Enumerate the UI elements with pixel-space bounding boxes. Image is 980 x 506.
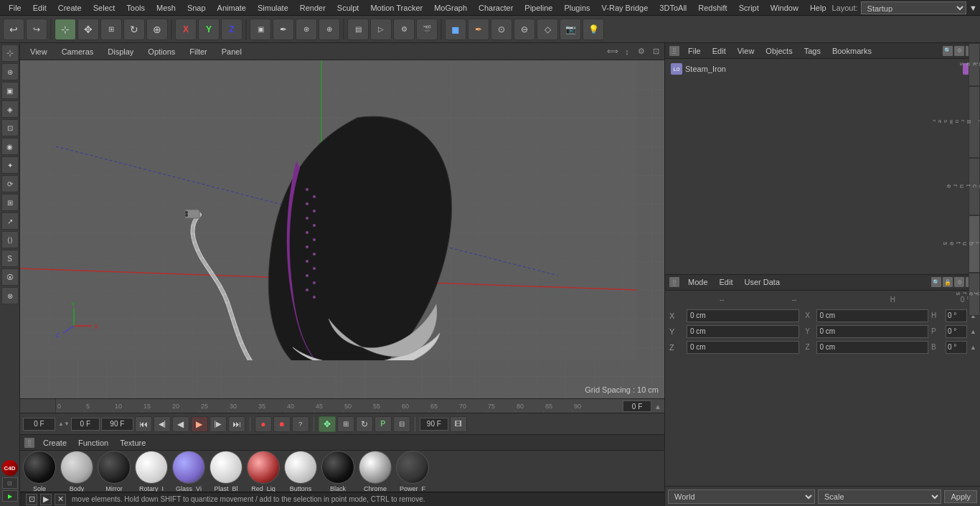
coord-y-size[interactable] — [816, 325, 929, 338]
material-texture[interactable]: Texture — [117, 437, 149, 449]
axis-y-button[interactable]: Y — [198, 19, 220, 40]
menu-file[interactable]: File — [3, 2, 27, 14]
coord-z-pos[interactable] — [687, 341, 799, 354]
material-create[interactable]: Create — [40, 437, 70, 449]
tool-3[interactable]: ◈ — [1, 100, 19, 118]
transport-frame-field[interactable] — [23, 418, 55, 431]
move-tool-button[interactable]: ✥ — [77, 19, 99, 40]
attr-drag[interactable]: ⣿ — [669, 277, 679, 287]
object-button[interactable]: ▣ — [250, 19, 271, 40]
timeline-track[interactable]: 0 5 10 15 20 25 30 35 40 45 50 55 — [56, 399, 664, 413]
transport-preview-end[interactable] — [420, 418, 448, 431]
transport-start-field[interactable] — [71, 418, 100, 431]
menu-help[interactable]: Help — [804, 2, 832, 14]
viewport-tab-display[interactable]: Display — [100, 46, 141, 57]
menu-render[interactable]: Render — [294, 2, 331, 14]
timeline-up-arrow[interactable]: ▲ — [654, 403, 661, 411]
attr-search[interactable]: 🔍 — [931, 277, 941, 287]
menu-snap[interactable]: Snap — [182, 2, 212, 14]
viewport-icon-arrows[interactable]: ⟺ — [607, 46, 618, 57]
menu-tools[interactable]: Tools — [121, 2, 151, 14]
transport-goto-start[interactable]: ⏮ — [135, 416, 152, 432]
redo-button[interactable]: ↪ — [26, 19, 47, 40]
tool-9[interactable]: ↗ — [1, 212, 19, 230]
viewport-tab-panel[interactable]: Panel — [215, 46, 249, 57]
tool-select-live[interactable]: ⊛ — [1, 63, 19, 80]
transport-mode-grid[interactable]: ⊟ — [393, 416, 410, 432]
tool-11[interactable]: S — [1, 250, 19, 267]
tool-magnet[interactable]: ⊗ — [1, 287, 19, 304]
current-frame-input[interactable] — [623, 400, 651, 412]
side-tab-layers[interactable]: Layers — [969, 273, 980, 316]
tool-4[interactable]: ⊡ — [1, 119, 19, 136]
select-tool-button[interactable]: ⊹ — [55, 19, 76, 40]
coord-p-angle[interactable] — [946, 325, 967, 338]
menu-mograph[interactable]: MoGraph — [428, 2, 473, 14]
rotate-tool-button[interactable]: ↻ — [123, 19, 145, 40]
coord-z-size[interactable] — [816, 341, 929, 354]
menu-sculpt[interactable]: Sculpt — [331, 2, 365, 14]
menu-mesh[interactable]: Mesh — [151, 2, 182, 14]
transform-tool-button[interactable]: ⊕ — [146, 19, 168, 40]
tool-8[interactable]: ⊞ — [1, 194, 19, 211]
transport-help[interactable]: ? — [292, 416, 309, 432]
sweep-button[interactable]: ⊙ — [491, 19, 512, 40]
tool-6[interactable]: ✦ — [1, 156, 19, 174]
nurbs-button[interactable]: ⊛ — [296, 19, 317, 40]
obj-mgr-tags[interactable]: Tags — [801, 45, 824, 57]
coord-p-arrow[interactable]: ▲ — [970, 328, 976, 335]
layout-select[interactable]: Startup — [861, 1, 967, 14]
transport-arrows[interactable]: ▲▼ — [58, 421, 70, 427]
coord-h-angle[interactable] — [946, 309, 967, 322]
tool-10[interactable]: ⟨⟩ — [1, 231, 19, 248]
side-tab-takes[interactable]: Takes — [969, 43, 980, 86]
camera-button[interactable]: 📷 — [560, 19, 581, 40]
attr-user-data[interactable]: User Data — [742, 276, 783, 288]
obj-mgr-edit[interactable]: Edit — [710, 45, 729, 57]
status-icon-1[interactable]: ⊡ — [26, 494, 37, 505]
menu-redshift[interactable]: Redshift — [692, 2, 732, 14]
picture-viewer-button[interactable]: 🎬 — [416, 19, 438, 40]
tool-5[interactable]: ◉ — [1, 138, 19, 155]
obj-mgr-view[interactable]: View — [735, 45, 758, 57]
coord-x-size[interactable] — [816, 309, 929, 322]
menu-simulate[interactable]: Simulate — [252, 2, 294, 14]
undo-button[interactable]: ↩ — [3, 19, 24, 40]
side-tab-structure[interactable]: Structure — [969, 158, 980, 215]
world-dropdown[interactable]: World — [668, 489, 815, 504]
transport-record-auto[interactable]: ⏺ — [273, 416, 291, 432]
menu-character[interactable]: Character — [473, 2, 519, 14]
viewport-icon-maximize[interactable]: ⊡ — [650, 46, 661, 57]
scale-tool-button[interactable]: ⊞ — [100, 19, 122, 40]
render-button[interactable]: ▷ — [370, 19, 392, 40]
menu-edit[interactable]: Edit — [27, 2, 52, 14]
transport-mode-move[interactable]: ✥ — [319, 416, 336, 432]
deformer-button[interactable]: ⊕ — [319, 19, 340, 40]
transport-record[interactable]: ● — [255, 416, 272, 432]
transport-step-fwd[interactable]: |▶ — [209, 416, 227, 432]
tool-2[interactable]: ▣ — [1, 82, 19, 99]
menu-window[interactable]: Window — [765, 2, 804, 14]
object-row-steam-iron[interactable]: L0 Steam_Iron — [668, 62, 977, 76]
material-item-rotary_i[interactable]: Rotary_I — [135, 451, 168, 492]
viewport-icon-settings[interactable]: ⚙ — [636, 46, 647, 57]
attr-mode[interactable]: Mode — [685, 276, 711, 288]
viewport-tab-view[interactable]: View — [23, 46, 55, 57]
obj-mgr-drag[interactable]: ⣿ — [669, 46, 679, 56]
tool-12[interactable]: ⦿ — [1, 268, 19, 286]
transport-mode-rotate[interactable]: ↻ — [356, 416, 373, 432]
material-item-sole[interactable]: Sole — [23, 451, 56, 492]
attr-settings[interactable]: ⚙ — [954, 277, 964, 287]
tool-7[interactable]: ⟳ — [1, 175, 19, 192]
menu-pipeline[interactable]: Pipeline — [519, 2, 558, 14]
transport-film-strip[interactable]: 🎞 — [450, 416, 467, 432]
viewport-tab-filter[interactable]: Filter — [182, 46, 214, 57]
pen-button[interactable]: ✒ — [468, 19, 489, 40]
status-icon-3[interactable]: ✕ — [55, 494, 66, 505]
viewport-tab-cameras[interactable]: Cameras — [55, 46, 101, 57]
transport-step-back[interactable]: ◀| — [154, 416, 171, 432]
transport-mode-p[interactable]: P — [374, 416, 392, 432]
render-region-button[interactable]: ▤ — [347, 19, 369, 40]
scale-dropdown[interactable]: Scale — [818, 489, 941, 504]
obj-mgr-bookmarks[interactable]: Bookmarks — [829, 45, 875, 57]
